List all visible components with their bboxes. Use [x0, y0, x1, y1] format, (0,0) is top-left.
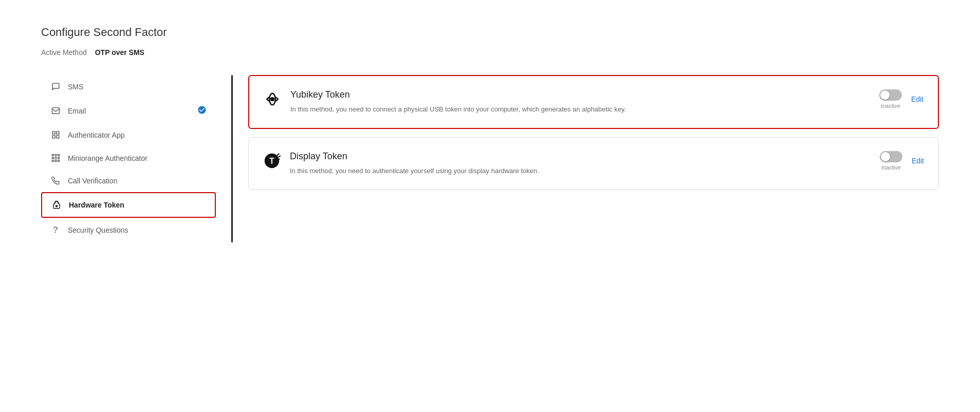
svg-rect-0 — [52, 108, 59, 114]
yubikey-toggle[interactable] — [879, 89, 902, 101]
sidebar-item-call-verification-label: Call Verification — [68, 177, 118, 185]
display-token-toggle-container: Inactive — [880, 151, 902, 171]
svg-rect-11 — [52, 160, 53, 162]
yubikey-status-label: Inactive — [881, 103, 900, 109]
main-content: SMS Email — [41, 75, 939, 242]
content-area: Yubikey Token In this method, you need t… — [248, 75, 939, 242]
sidebar-item-call-verification[interactable]: Call Verification — [41, 170, 216, 192]
svg-rect-13 — [58, 160, 59, 162]
page-title: Configure Second Factor — [41, 26, 939, 39]
yubikey-edit-button[interactable]: Edit — [911, 95, 923, 103]
sidebar-divider — [231, 75, 233, 242]
sidebar-item-miniorange-authenticator-label: Miniorange Authenticator — [68, 154, 147, 162]
svg-rect-6 — [55, 154, 57, 156]
svg-rect-2 — [56, 132, 59, 134]
svg-rect-3 — [52, 136, 55, 138]
yubikey-card-title: Yubikey Token — [290, 89, 869, 100]
email-verified-badge — [197, 105, 207, 116]
yubikey-card-left: Yubikey Token In this method, you need t… — [264, 89, 869, 115]
active-method-row: Active Method OTP over SMS — [41, 48, 939, 57]
grid-small-icon — [50, 154, 61, 162]
sidebar-item-security-questions-label: Security Questions — [68, 226, 128, 234]
svg-rect-4 — [56, 136, 59, 138]
yubikey-card-desc: In this method, you need to connect a ph… — [290, 104, 869, 115]
display-token-toggle[interactable] — [880, 151, 902, 162]
active-method-value: OTP over SMS — [95, 48, 144, 57]
chat-icon — [50, 82, 61, 91]
display-token-card-title: Display Token — [290, 151, 870, 162]
sidebar-item-email[interactable]: Email — [41, 98, 216, 123]
sidebar-item-sms[interactable]: SMS — [41, 75, 216, 98]
svg-rect-8 — [52, 157, 53, 159]
sidebar-item-authenticator-app-label: Authenticator App — [68, 131, 125, 139]
display-token-card-desc: In this method, you need to authenticate… — [290, 166, 870, 176]
display-token-card-controls: Inactive Edit — [880, 151, 924, 171]
display-token-card-left: T Display Token In this method, you need… — [263, 151, 870, 176]
grid-icon — [50, 130, 61, 139]
svg-text:T: T — [269, 156, 274, 165]
display-token-status-label: Inactive — [881, 164, 901, 171]
svg-rect-12 — [55, 160, 57, 162]
sidebar-item-authenticator-app[interactable]: Authenticator App — [41, 123, 216, 146]
sidebar-item-email-label: Email — [68, 107, 86, 115]
yubikey-card: Yubikey Token In this method, you need t… — [248, 75, 939, 129]
display-token-edit-button[interactable]: Edit — [912, 157, 924, 165]
svg-point-14 — [56, 205, 58, 207]
email-icon — [50, 106, 61, 115]
svg-point-20 — [271, 98, 274, 101]
sidebar-item-sms-label: SMS — [68, 83, 83, 91]
display-token-card: T Display Token In this method, you need… — [248, 137, 939, 190]
svg-rect-1 — [52, 132, 55, 134]
hardware-icon — [51, 200, 62, 210]
svg-rect-5 — [52, 154, 53, 156]
sidebar: SMS Email — [41, 75, 216, 242]
page-container: Configure Second Factor Active Method OT… — [0, 0, 980, 268]
sidebar-item-hardware-token[interactable]: Hardware Token — [41, 192, 216, 218]
svg-rect-7 — [58, 154, 59, 156]
display-token-card-info: Display Token In this method, you need t… — [290, 151, 870, 176]
active-method-label: Active Method — [41, 48, 87, 57]
sidebar-item-hardware-token-label: Hardware Token — [69, 201, 124, 209]
question-icon: ? — [50, 225, 61, 235]
sidebar-item-security-questions[interactable]: ? Security Questions — [41, 218, 216, 242]
svg-rect-9 — [55, 157, 57, 159]
phone-icon — [50, 177, 61, 185]
svg-rect-10 — [58, 157, 59, 159]
yubikey-card-controls: Inactive Edit — [879, 89, 923, 109]
display-token-icon: T — [263, 152, 281, 170]
sidebar-item-miniorange-authenticator[interactable]: Miniorange Authenticator — [41, 146, 216, 170]
yubikey-card-info: Yubikey Token In this method, you need t… — [290, 89, 869, 115]
yubikey-icon — [264, 90, 281, 108]
yubikey-toggle-container: Inactive — [879, 89, 902, 109]
